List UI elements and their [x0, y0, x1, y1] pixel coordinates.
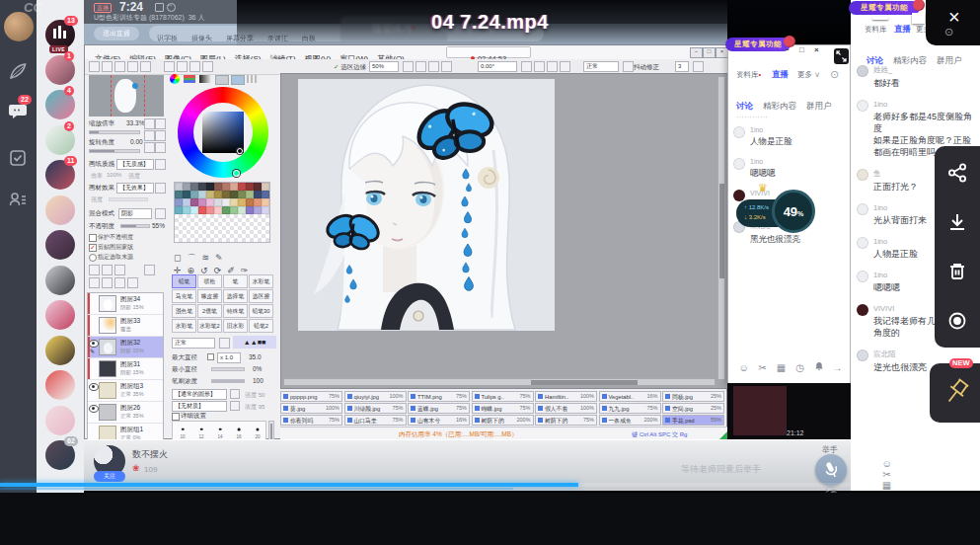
color-swatch[interactable] — [175, 198, 183, 206]
brush-preset[interactable]: 铅笔 — [172, 274, 196, 288]
zoom-button[interactable] — [441, 61, 452, 72]
file-tab[interactable]: 树荫下的75% — [535, 415, 597, 426]
layer-row[interactable]: 图层34阴影 15% — [88, 293, 163, 315]
stabilizer-button[interactable] — [693, 61, 704, 72]
user-avatar[interactable] — [857, 169, 868, 181]
conversation-item[interactable] — [45, 300, 75, 330]
material-effect-select[interactable]: 【无效果】 — [116, 183, 154, 194]
delete-layer-button[interactable] — [89, 277, 100, 288]
tasks-icon[interactable] — [8, 148, 28, 168]
tool-button[interactable] — [202, 61, 213, 72]
blend-button[interactable] — [623, 61, 634, 72]
brush-preset[interactable]: 马克笔 — [172, 289, 196, 303]
color-swatch[interactable] — [230, 206, 238, 214]
color-swatch[interactable] — [198, 198, 206, 206]
file-tab[interactable]: 蝴蝶.jpg75% — [472, 403, 534, 414]
inner-maximize-icon[interactable]: □ — [799, 45, 804, 54]
conversation-item[interactable] — [45, 195, 75, 225]
color-swatch[interactable] — [246, 191, 254, 198]
record-button[interactable] — [946, 310, 968, 332]
file-tab[interactable]: 空间.jpg25% — [662, 403, 724, 414]
rgb-slider-icon[interactable] — [184, 75, 195, 83]
tool-button[interactable] — [89, 61, 100, 72]
conversation-item[interactable] — [45, 406, 75, 435]
brush-size-option[interactable]: 10 — [174, 423, 191, 439]
file-tab[interactable]: 九九.jpg75% — [599, 403, 661, 414]
zoom-button[interactable] — [428, 61, 439, 72]
color-swatch[interactable] — [262, 183, 269, 191]
tool-button[interactable] — [189, 61, 200, 72]
inner-close-icon[interactable]: × — [814, 45, 819, 54]
conversation-item[interactable] — [45, 370, 75, 400]
color-swatch[interactable] — [222, 191, 230, 198]
user-avatar[interactable] — [733, 158, 745, 170]
brush-preset[interactable]: 笔 — [223, 274, 248, 288]
color-swatches[interactable] — [174, 182, 270, 243]
color-swatch[interactable] — [262, 198, 269, 206]
color-swatch[interactable] — [262, 206, 269, 214]
inner-minimize-icon[interactable]: − — [785, 45, 790, 54]
stabilizer-value[interactable]: 3 — [675, 61, 689, 72]
layer-row[interactable]: 图层组1正常 0% — [88, 424, 163, 440]
new-layer-button[interactable] — [89, 265, 100, 275]
color-swatch[interactable] — [262, 191, 269, 198]
color-swatch[interactable] — [206, 191, 214, 198]
file-tab[interactable]: Hamiltin..100% — [535, 391, 597, 402]
color-swatch[interactable] — [238, 198, 246, 206]
opacity-slider[interactable] — [120, 224, 150, 228]
brush-preset[interactable]: 铅笔2 — [249, 319, 273, 333]
follow-button[interactable]: 关注 — [94, 471, 125, 482]
brush-shape-icons[interactable]: ▲▲■■ — [233, 336, 276, 349]
selection-source-radio[interactable] — [89, 254, 97, 262]
color-swatch[interactable] — [206, 198, 214, 206]
file-tab[interactable]: 山口马圭75% — [344, 415, 407, 426]
brush-preset[interactable]: 特殊笔 — [223, 304, 248, 318]
color-swatch[interactable] — [190, 206, 198, 214]
settings-circle-icon[interactable]: ⊙ — [830, 68, 839, 81]
brush-size-option[interactable]: 14 — [211, 423, 229, 439]
file-tab[interactable]: 你看到吗75% — [280, 415, 342, 426]
brush-preset[interactable]: 选区擦 — [249, 289, 273, 303]
brush-preset[interactable]: 旧水彩 — [223, 319, 248, 333]
chat-tab[interactable]: 精彩内容 — [893, 55, 927, 65]
tool-button[interactable] — [164, 61, 175, 72]
brush-preset[interactable]: 铅笔30 — [249, 304, 273, 318]
user-avatar[interactable] — [857, 65, 868, 77]
bell-icon[interactable] — [809, 361, 828, 373]
file-tab[interactable]: Tulips g..75% — [472, 391, 534, 402]
scissors-icon[interactable]: ✂ — [877, 469, 896, 480]
swatch-panel-icon[interactable] — [215, 75, 229, 85]
pin-button[interactable] — [930, 363, 980, 423]
color-swatch[interactable] — [183, 191, 190, 198]
layer-row[interactable]: 图层组3正常 35% — [88, 380, 163, 402]
gray-panel-icon[interactable] — [199, 75, 211, 83]
tool-button[interactable] — [127, 61, 138, 72]
color-swatch[interactable] — [230, 191, 238, 198]
user-avatar[interactable] — [733, 126, 745, 138]
user-avatar[interactable] — [857, 100, 868, 112]
color-swatch[interactable] — [246, 198, 254, 206]
progress-fill[interactable] — [0, 483, 578, 487]
brush-shape-select[interactable]: 【通常的圆形】 — [172, 389, 227, 400]
brush-preset[interactable]: 水彩笔2 — [197, 319, 222, 333]
color-swatch[interactable] — [175, 191, 183, 198]
color-wheel-icon[interactable] — [170, 74, 180, 84]
file-tab[interactable]: ppppp.png75% — [280, 391, 342, 402]
density-slider[interactable] — [211, 379, 245, 383]
saturation-value-square[interactable] — [202, 112, 244, 153]
color-swatch[interactable] — [254, 183, 262, 191]
tool-button[interactable] — [114, 61, 125, 72]
conversation-item[interactable] — [45, 266, 75, 295]
color-swatch[interactable] — [238, 206, 246, 214]
paper-texture-select[interactable]: 【无质感】 — [116, 159, 154, 170]
file-tab[interactable]: 山有木兮16% — [408, 415, 470, 426]
detail-settings-checkbox[interactable] — [172, 413, 180, 421]
mixer-panel-icon[interactable] — [231, 75, 245, 85]
tool-button[interactable] — [140, 61, 151, 72]
color-swatch[interactable] — [198, 191, 206, 198]
user-avatar[interactable] — [857, 271, 868, 282]
color-swatch[interactable] — [190, 198, 198, 206]
color-swatch[interactable] — [190, 191, 198, 198]
file-tab[interactable]: TTIM.png75% — [408, 391, 470, 402]
file-tab[interactable]: 同杨.jpg25% — [662, 391, 724, 402]
